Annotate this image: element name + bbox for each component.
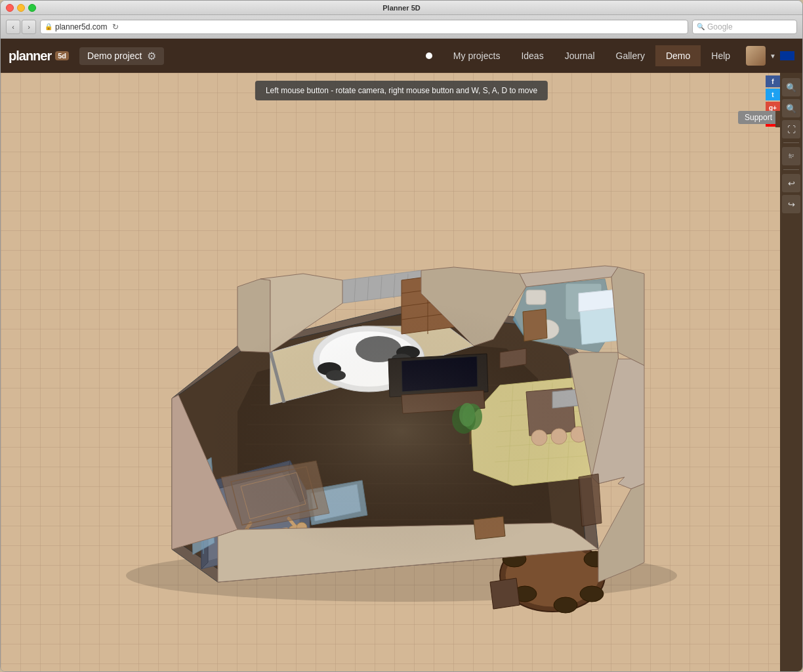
address-bar[interactable]: 🔒 planner5d.com ↻ [40,20,688,34]
redo-button[interactable]: ↪ [782,195,800,213]
zoom-out-button[interactable]: 🔍 [782,99,800,117]
toolbar-divider [783,142,799,143]
back-button[interactable]: ‹ [6,20,20,34]
tooltip-text: Left mouse button - rotate camera, right… [266,86,537,95]
svg-point-115 [205,300,598,562]
search-bar[interactable]: 🔍 Google [692,20,797,34]
fullscreen-button[interactable]: ⛶ [782,120,800,138]
units-label: ft² [789,153,794,159]
zoom-in-button[interactable]: 🔍 [782,78,800,96]
traffic-lights [6,4,36,12]
logo-text: planner [9,49,51,64]
tooltip-box: Left mouse button - rotate camera, right… [255,81,548,100]
toolbar-divider-2 [783,169,799,170]
nav-demo[interactable]: Demo [655,45,701,66]
app-content: planner 5d Demo project ⚙ My projects Id… [1,39,802,671]
logo-area: planner 5d [9,49,69,64]
close-button[interactable] [6,4,14,12]
support-button[interactable]: Support [738,111,779,124]
floorplan-svg [106,103,697,641]
logo-badge: 5d [55,51,69,60]
fullscreen-icon: ⛶ [787,125,796,135]
browser-title: Planner 5D [382,4,420,12]
browser-toolbar: ‹ › 🔒 planner5d.com ↻ 🔍 Google [1,15,802,39]
units-button[interactable]: ft² [782,147,800,165]
user-avatar[interactable] [746,46,766,66]
forward-button[interactable]: › [22,20,36,34]
search-icon: 🔍 [697,23,705,30]
maximize-button[interactable] [28,4,36,12]
svg-point-88 [554,597,577,613]
settings-icon[interactable]: ⚙ [147,50,156,62]
search-placeholder: Google [707,22,733,32]
minimize-button[interactable] [17,4,25,12]
zoom-in-icon: 🔍 [786,83,796,93]
undo-icon: ↩ [788,178,795,188]
svg-marker-92 [490,578,520,609]
lock-icon: 🔒 [45,23,52,30]
nav-my-projects[interactable]: My projects [443,45,511,66]
project-name: Demo project [87,51,142,61]
undo-button[interactable]: ↩ [782,174,800,192]
nav-help[interactable]: Help [701,45,741,66]
dropdown-arrow-icon[interactable]: ▼ [770,52,776,60]
nav-journal[interactable]: Journal [554,45,606,66]
main-viewport[interactable]: Left mouse button - rotate camera, right… [1,73,802,671]
svg-point-89 [580,586,604,602]
right-toolbar: 🔍 🔍 ⛶ ft² ↩ ↪ [780,73,802,671]
browser-titlebar: Planner 5D [1,1,802,15]
nav-items: My projects Ideas Journal Gallery Demo H… [443,45,741,66]
nav-gallery[interactable]: Gallery [606,45,655,66]
browser-frame: Planner 5D ‹ › 🔒 planner5d.com ↻ 🔍 Googl… [0,0,803,672]
nav-dot [426,52,432,59]
redo-icon: ↪ [788,200,795,209]
nav-ideas[interactable]: Ideas [510,45,554,66]
floorplan-3d-view[interactable] [1,73,802,671]
user-area: ▼ [746,46,794,66]
language-flag-icon[interactable] [780,51,794,60]
refresh-icon[interactable]: ↻ [110,21,121,33]
address-text: planner5d.com [55,22,107,32]
project-name-area[interactable]: Demo project ⚙ [79,47,164,65]
app-header: planner 5d Demo project ⚙ My projects Id… [1,39,802,73]
avatar-image [746,46,766,66]
nav-buttons: ‹ › [6,20,36,34]
zoom-out-icon: 🔍 [786,104,796,114]
